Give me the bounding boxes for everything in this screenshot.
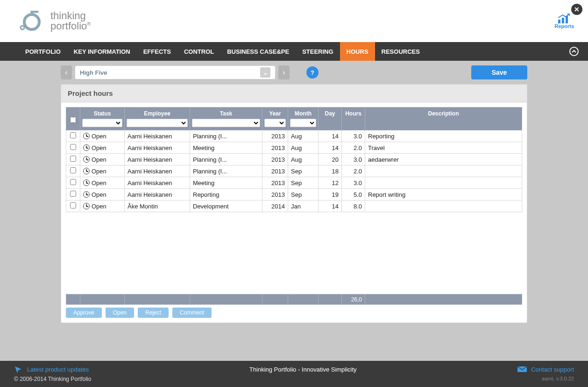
year-cell: 2013 <box>262 130 288 142</box>
brand-line1: thinking <box>50 11 91 21</box>
nav-item-hours[interactable]: HOURS <box>340 42 375 61</box>
year-cell: 2013 <box>262 165 288 177</box>
hours-cell: 5.0 <box>342 189 365 201</box>
hours-cell: 2.0 <box>342 165 365 177</box>
table-row[interactable]: OpenAarni HeiskanenPlanning (I...2013Sep… <box>66 165 522 177</box>
select-all-checkbox[interactable] <box>70 117 76 123</box>
filter-task[interactable] <box>192 119 260 127</box>
row-checkbox[interactable] <box>70 132 76 138</box>
filter-month[interactable] <box>290 119 316 127</box>
year-cell: 2013 <box>262 189 288 201</box>
col-day[interactable]: Day <box>319 108 342 130</box>
svg-rect-2 <box>558 20 560 23</box>
filter-status[interactable] <box>82 119 122 127</box>
table-header-row: Status Employee Task Year Month Day Hour… <box>66 108 522 130</box>
hours-cell: 3.0 <box>342 130 365 142</box>
day-cell: 14 <box>319 201 342 212</box>
hours-cell: 3.0 <box>342 177 365 189</box>
row-checkbox[interactable] <box>70 202 76 208</box>
version: aarni, v.3.0.22 <box>542 376 574 382</box>
table-row[interactable]: OpenAarni HeiskanenPlanning (I...2013Aug… <box>66 154 522 165</box>
project-hours-panel: Project hours Status Employee Task Year … <box>61 84 527 323</box>
employee-cell: Aarni Heiskanen <box>125 154 190 165</box>
prev-project-button[interactable]: ‹ <box>61 65 72 79</box>
status-cell: Open <box>83 191 121 198</box>
chevron-down-icon: ⌄ <box>260 67 270 78</box>
nav-item-resources[interactable]: RESOURCES <box>375 42 426 61</box>
col-description[interactable]: Description <box>365 108 522 130</box>
clock-icon <box>83 133 90 139</box>
status-cell: Open <box>83 133 121 140</box>
filter-employee[interactable] <box>127 119 188 127</box>
task-cell: Planning (I... <box>190 130 262 142</box>
year-cell: 2014 <box>262 201 288 212</box>
table-empty-space <box>66 212 522 294</box>
col-month[interactable]: Month <box>288 108 319 130</box>
col-employee[interactable]: Employee <box>125 108 190 130</box>
contact-link[interactable]: Contact support <box>517 366 574 373</box>
row-checkbox[interactable] <box>70 191 76 197</box>
comment-button[interactable]: Comment <box>172 308 212 318</box>
row-checkbox[interactable] <box>70 167 76 173</box>
col-task[interactable]: Task <box>190 108 262 130</box>
clock-icon <box>83 168 90 174</box>
reports-link[interactable]: Reports <box>554 13 574 29</box>
close-button[interactable]: ✕ <box>571 4 582 15</box>
cursor-icon <box>14 366 23 373</box>
status-cell: Open <box>83 179 121 186</box>
nav-item-steering[interactable]: STEERING <box>296 42 340 61</box>
main: ‹ High Five ⌄ › ? Save Project hours <box>0 61 588 323</box>
year-cell: 2013 <box>262 154 288 165</box>
nav-item-portfolio[interactable]: PORTFOLIO <box>19 42 67 61</box>
task-cell: Development <box>190 201 262 212</box>
help-button[interactable]: ? <box>306 66 319 79</box>
clock-icon <box>83 179 90 186</box>
row-checkbox[interactable] <box>70 179 76 185</box>
task-cell: Reporting <box>190 189 262 201</box>
description-cell <box>365 177 522 189</box>
mail-icon <box>517 366 527 373</box>
select-all-header <box>66 108 80 130</box>
clock-icon <box>83 191 90 198</box>
project-select[interactable]: High Five ⌄ <box>75 65 276 79</box>
panel-title: Project hours <box>61 85 527 102</box>
help-icon: ? <box>311 69 314 76</box>
hours-cell: 3.0 <box>342 154 365 165</box>
filter-year[interactable] <box>264 119 286 127</box>
row-checkbox[interactable] <box>70 156 76 162</box>
employee-cell: Aarni Heiskanen <box>125 142 190 154</box>
hours-cell: 2.0 <box>342 142 365 154</box>
status-cell: Open <box>83 144 121 151</box>
table-row[interactable]: OpenAarni HeiskanenReporting2013Sep195.0… <box>66 189 522 201</box>
nav-item-control[interactable]: CONTROL <box>177 42 220 61</box>
month-cell: Sep <box>288 177 319 189</box>
clock-icon <box>83 156 90 163</box>
logo: thinking portfolio® <box>19 11 91 31</box>
table-row[interactable]: OpenÅke MontinDevelopment2014Jan148.0 <box>66 201 522 212</box>
nav-item-key-information[interactable]: KEY INFORMATION <box>67 42 137 61</box>
next-project-button[interactable]: › <box>278 65 290 79</box>
collapse-button[interactable] <box>569 47 579 56</box>
updates-link[interactable]: Latest product updates <box>14 366 89 373</box>
nav-item-business-case-pe[interactable]: BUSINESS CASE&PE <box>220 42 296 61</box>
close-icon: ✕ <box>574 6 580 13</box>
col-hours[interactable]: Hours <box>342 108 365 130</box>
table-row[interactable]: OpenAarni HeiskanenPlanning (I...2013Aug… <box>66 130 522 142</box>
reject-button[interactable]: Reject <box>138 308 169 318</box>
month-cell: Aug <box>288 154 319 165</box>
chevron-right-icon: › <box>283 68 285 77</box>
col-year[interactable]: Year <box>262 108 288 130</box>
save-button[interactable]: Save <box>471 65 527 79</box>
nav-item-effects[interactable]: EFFECTS <box>137 42 177 61</box>
employee-cell: Åke Montin <box>125 201 190 212</box>
table-row[interactable]: OpenAarni HeiskanenMeeting2013Sep123.0 <box>66 177 522 189</box>
chevron-up-icon <box>572 49 576 54</box>
col-status[interactable]: Status <box>80 108 125 130</box>
table-row[interactable]: OpenAarni HeiskanenMeeting2013Aug142.0Tr… <box>66 142 522 154</box>
open-button[interactable]: Open <box>106 308 134 318</box>
task-cell: Planning (I... <box>190 154 262 165</box>
total-hours: 26,0 <box>342 294 365 305</box>
approve-button[interactable]: Approve <box>66 308 102 318</box>
year-cell: 2013 <box>262 142 288 154</box>
row-checkbox[interactable] <box>70 144 76 150</box>
